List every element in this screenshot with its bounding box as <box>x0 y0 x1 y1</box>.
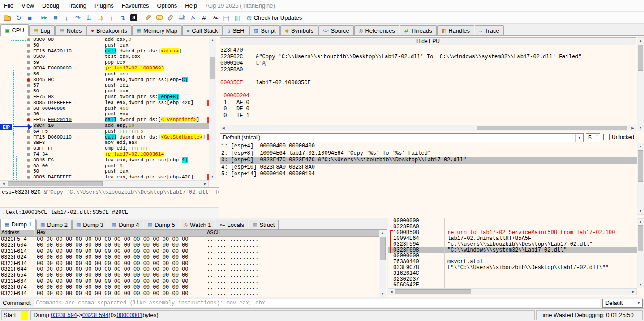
tab-locals[interactable]: x=Locals <box>216 220 249 229</box>
dump-row[interactable]: 0323F65400 00 00 00 00 00 00 00 00 00 00… <box>0 273 379 278</box>
scroll-up-icon[interactable]: ▲ <box>379 230 386 236</box>
hash-icon[interactable]: # <box>198 12 210 23</box>
dump-row[interactable]: 0323F67400 00 00 00 00 00 00 00 00 00 00… <box>0 285 379 291</box>
register-line[interactable] <box>220 73 636 80</box>
argument-row[interactable]: 5: [esp+14] 00000104 00000104 <box>220 171 637 178</box>
argument-row[interactable]: 1: [esp+4] 00000400 00000400 <box>220 143 637 150</box>
script-run-icon[interactable]: S <box>128 12 139 23</box>
register-line[interactable]: 0 IF 1 <box>220 113 636 119</box>
disasm-row[interactable]: 50push eax <box>0 111 209 117</box>
step-over-icon[interactable]: ↷ <box>72 12 83 23</box>
function-icon[interactable]: ƒx <box>187 12 198 23</box>
menu-item-debug[interactable]: Debug <box>38 0 63 11</box>
tab-script[interactable]: ▨Script <box>249 25 280 35</box>
menu-item-plugins[interactable]: Plugins <box>90 0 118 11</box>
stack-row[interactable]: 3162614C <box>388 271 637 277</box>
open-file-icon[interactable] <box>2 12 13 23</box>
stack-row[interactable]: 00000000 <box>388 218 637 224</box>
command-input[interactable] <box>34 299 600 307</box>
stack-row[interactable]: 033E9C78L"\"C:\\Users\\sibouzbib\\Deskto… <box>388 265 637 271</box>
instruction-dot[interactable] <box>27 55 30 58</box>
instruction-dot[interactable] <box>27 101 30 104</box>
disasm-row[interactable]: 8D85 D4FBFFFFlea eax,dword ptr ss:[ebp-4… <box>0 100 209 106</box>
dump-row[interactable]: 0323F68400 00 00 00 00 00 00 00 00 00 00… <box>0 291 379 297</box>
stack-row[interactable]: 0323F8A0 <box>388 224 637 230</box>
scroll-thumb[interactable] <box>8 181 103 186</box>
disasm-row[interactable]: FF15 B4620110call dword ptr ds:[<atoi>] <box>0 48 209 54</box>
instruction-dot[interactable] <box>27 147 30 150</box>
case-icon[interactable]: Az <box>210 12 221 23</box>
scroll-right-icon[interactable]: ▶ <box>630 289 636 295</box>
disasm-row[interactable]: 8D85 D4FBFFFFlea eax,dword ptr ss:[ebp-4… <box>0 174 209 180</box>
instruction-dot[interactable] <box>27 38 30 41</box>
argument-row[interactable]: 4: [esp+10] 0323F8A0 0323F8A0 <box>220 164 637 171</box>
disasm-scrollbar-horizontal[interactable]: ◀ ▶ <box>0 180 209 187</box>
register-line[interactable]: 0000104 L'Ą' <box>220 60 636 67</box>
attach-icon[interactable] <box>165 12 176 23</box>
dump-row[interactable]: 0323F5F400 00 00 00 00 00 00 00 00 00 00… <box>0 237 379 243</box>
scroll-up-icon[interactable]: ▲ <box>637 38 644 44</box>
tab-seh[interactable]: §SEH <box>223 25 249 35</box>
register-line[interactable]: 00035CE lab17-02.100035CE <box>220 80 636 87</box>
disasm-row[interactable]: 50push eax <box>0 88 209 94</box>
argument-row[interactable]: 3: [esp+C] 0323F47C 0323F47C &"C:\\Users… <box>220 157 637 164</box>
disasm-row[interactable]: 50push eax <box>0 43 209 48</box>
disasm-row[interactable]: 83FF FFcmp edi,FFFFFFFF <box>0 146 209 152</box>
disasm-row[interactable]: 83C0 0Dadd eax,D <box>0 37 209 43</box>
dump-scrollbar-vertical[interactable]: ▲ ▼ <box>379 230 386 297</box>
instruction-dot[interactable] <box>27 73 30 76</box>
scroll-thumb[interactable] <box>638 45 643 71</box>
dump-row[interactable]: 0323F63400 00 00 00 00 00 00 00 00 00 00… <box>0 261 379 267</box>
instruction-dot[interactable] <box>27 176 30 179</box>
register-line[interactable]: 323F470 <box>220 47 636 54</box>
stack-row[interactable]: 1000D50Breturn to lab17-02.ServiceMain+5… <box>388 230 637 236</box>
layers-icon[interactable] <box>176 12 187 23</box>
stack-row[interactable]: 6C6C642E <box>388 282 637 288</box>
instruction-dot[interactable] <box>27 107 30 110</box>
scroll-up-icon[interactable]: ▲ <box>637 219 644 225</box>
disasm-row[interactable]: FF75 08push dword ptr ss:[ebp+8] <box>0 94 209 100</box>
registers-scrollbar-horizontal[interactable]: ◀ ▶ <box>220 125 636 131</box>
tab-struct[interactable]: ▦Struct <box>249 220 279 229</box>
tab-symbols[interactable]: ◆Symbols <box>280 25 318 35</box>
disasm-scrollbar-vertical[interactable]: ▲ ▼ <box>209 37 216 180</box>
menu-item-favourites[interactable]: Favourites <box>118 0 153 11</box>
command-profile-select[interactable]: Default ▼ <box>602 299 643 308</box>
unlocked-checkbox[interactable]: Unlocked <box>603 134 634 140</box>
disasm-row[interactable]: 50push eax <box>0 169 209 174</box>
tab-dump-3[interactable]: ▦Dump 3 <box>72 220 107 229</box>
step-into-icon[interactable]: ↓ <box>61 12 72 23</box>
arguments-scrollbar-vertical[interactable]: ▲ ▼ <box>637 143 644 215</box>
register-line[interactable]: 00000204 <box>220 93 636 100</box>
tab-notes[interactable]: ▤Notes <box>55 25 86 35</box>
stack-row[interactable]: 00000000 <box>388 253 637 259</box>
instruction-dot[interactable] <box>27 90 30 93</box>
disasm-row[interactable]: 8BF8mov edi,eax <box>0 140 209 146</box>
stack-row[interactable]: 0323F594"c:\\users\\sibouzbib\\Desktop\\… <box>388 242 637 247</box>
scroll-thumb[interactable] <box>477 126 627 130</box>
argument-row[interactable]: 2: [esp+8] 10094E64 lab17-02.10094E64 "C… <box>220 150 637 157</box>
tab-dump-2[interactable]: ▦Dump 2 <box>36 220 72 229</box>
dump-row[interactable]: 0323F60400 00 00 00 00 00 00 00 00 00 00… <box>0 243 379 248</box>
check-updates-button[interactable]: ⊕ Check for Updates <box>243 12 305 23</box>
tab-handles[interactable]: ◧Handles <box>437 25 474 35</box>
scroll-up-icon[interactable]: ▲ <box>637 143 644 150</box>
tab-memory-map[interactable]: ▦Memory Map <box>132 25 182 35</box>
scroll-down-icon[interactable]: ▼ <box>637 208 644 214</box>
animate-into-icon[interactable]: ⇊ <box>83 12 94 23</box>
scroll-right-icon[interactable]: ▶ <box>202 181 208 187</box>
scroll-thumb[interactable] <box>638 150 643 182</box>
scroll-down-icon[interactable]: ▼ <box>379 291 386 297</box>
tab-threads[interactable]: ⇄Threads <box>400 25 437 35</box>
tab-watch-1[interactable]: ◷Watch 1 <box>180 220 215 229</box>
menu-item-view[interactable]: View <box>17 0 38 11</box>
tab-log[interactable]: ▤Log <box>29 25 55 35</box>
run-icon[interactable]: ▶▶ <box>39 12 50 23</box>
instruction-dot[interactable] <box>27 67 30 70</box>
scroll-down-icon[interactable]: ▼ <box>637 282 644 288</box>
dump-row[interactable]: 0323F64400 00 00 00 00 00 00 00 00 00 00… <box>0 267 379 273</box>
scroll-thumb[interactable] <box>638 225 643 251</box>
animate-over-icon[interactable]: ⇉ <box>94 12 106 23</box>
hide-fpu-button[interactable]: Hide FPU <box>220 37 636 45</box>
disasm-row[interactable]: 68 00040000push 400 <box>0 106 209 112</box>
